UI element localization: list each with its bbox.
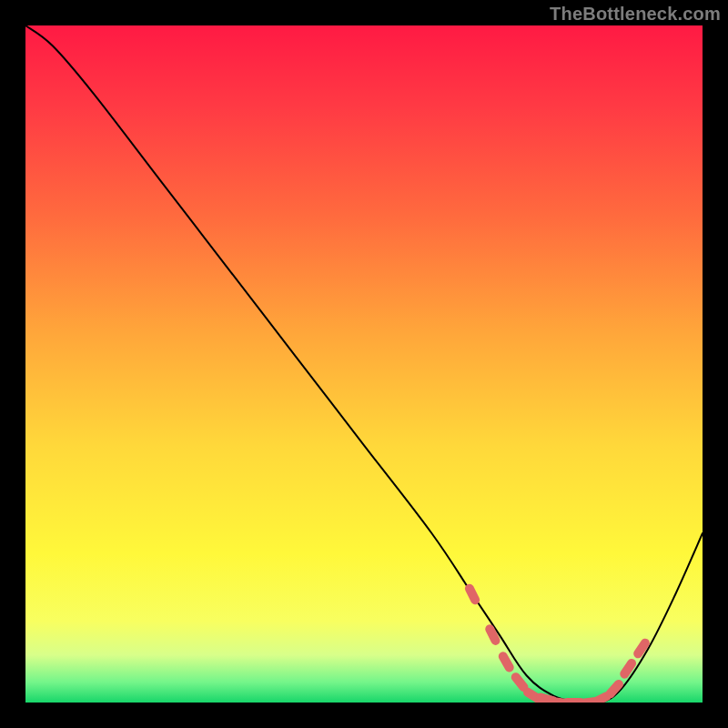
chart-background [25,25,703,703]
watermark-label: TheBottleneck.com [550,4,721,25]
red-dash-marker [470,589,475,601]
chart-svg [25,25,703,703]
red-dash-marker [611,684,619,693]
red-dash-marker [595,696,607,702]
red-dash-marker [490,629,495,641]
red-dash-marker [624,663,632,674]
red-dash-marker [503,656,510,667]
chart-plot [25,25,703,703]
chart-frame: TheBottleneck.com [0,0,728,728]
red-dash-marker [516,677,524,687]
red-dash-marker [638,643,645,654]
